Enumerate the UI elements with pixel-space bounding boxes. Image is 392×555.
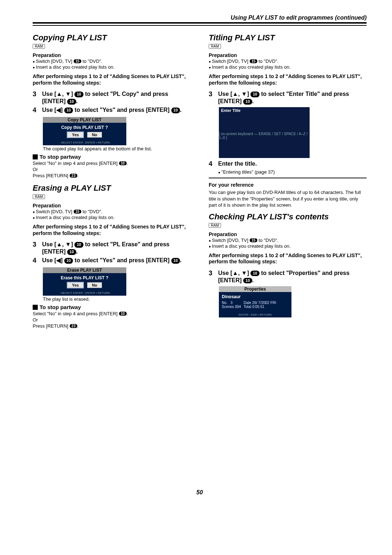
instruction-paragraph: After performing steps 1 to 2 of "Adding… [33,224,191,236]
ref-bubble-15: 15 [74,59,81,63]
step-note: The copied play list appears at the bott… [43,146,191,151]
square-icon [33,305,38,310]
properties-footer: ENTER : END • RETURN [219,311,291,317]
text: Press [RETURN] [33,323,70,329]
text: Use [▲, ▼] [218,270,250,276]
step-body: Use [▲, ▼] 10 to select "Properties" and… [218,270,367,284]
ref-bubble-10: 10 [119,161,127,165]
preparation-heading: Preparation [33,203,191,208]
step-4: 4 Use [◀] 10 to select "Yes" and press [… [33,106,191,114]
step-note: The play list is erased. [43,296,191,302]
ram-badge: RAM [33,194,45,199]
text: . [180,107,181,113]
ref-bubble-10: 10 [74,242,83,248]
step-3: 3 Use [▲, ▼] 10 to select "Enter Title" … [209,90,367,105]
right-column: Titling PLAY LIST RAM Preparation Switch… [209,32,367,329]
text: Switch [DVD, TV] [212,58,248,64]
step-3: 3 Use [▲, ▼] 10 to select "PL Erase" and… [33,241,191,255]
text: Select "No" in step 4 and press [ENTER] [33,161,119,166]
step-number: 3 [33,241,42,255]
properties-panel: Properties Dinosaur No. 3 Date 26/ 7/200… [219,286,291,317]
erase-dialog: Erase PLAY LIST Erase this PLAY LIST ? Y… [43,267,126,296]
divider [33,25,367,26]
text: . [252,277,254,283]
copy-dialog: Copy PLAY LIST Copy this PLAY LIST ? Yes… [43,117,126,145]
yes-button: Yes [67,282,83,288]
dialog-message: Copy this PLAY LIST ? [43,125,126,130]
divider [209,178,367,178]
text: . [127,311,128,316]
section-title-erasing: Erasing a PLAY LIST [33,183,191,193]
label: No. 3 [222,301,244,305]
no-button: No [87,132,102,138]
enter-title-screen: Enter Title [ on-screen keyboard — ERASE… [219,107,310,158]
properties-name: Dinosaur [222,294,289,299]
preparation-heading: Preparation [33,52,191,58]
ram-badge: RAM [209,223,221,228]
properties-body: Dinosaur No. 3 Date 26/ 7/2002 FRI Scene… [219,292,291,311]
ref-bubble-10: 10 [64,258,73,264]
ref-bubble-10: 10 [171,258,180,264]
properties-title: Properties [219,286,291,292]
value: Date 26/ 7/2002 FRI [244,301,276,305]
text: Switch [DVD, TV] [212,238,248,243]
reference-body: You can give play lists on DVD-RAM title… [209,189,367,208]
section-title-titling: Titling PLAY LIST [209,33,367,42]
text: to "DVD". [82,209,102,214]
step-body: Use [◀] 10 to select "Yes" and press [EN… [42,106,191,114]
table-row: Scenes 004 Total 0:05:51 [222,305,289,309]
step-sub: "Entering titles" (page 37) [218,169,367,175]
text: Select "No" in step 4 and press [ENTER] [33,311,119,316]
step-list: 3 Use [▲, ▼] 10 to select "Enter Title" … [209,90,367,105]
ram-badge: RAM [209,44,221,49]
divider [33,22,367,24]
prep-line: Switch [DVD, TV] 15 to "DVD". [33,58,191,64]
step-number: 3 [33,90,42,105]
stop-line: Press [RETURN] 23. [33,173,191,178]
label: Scenes 004 [222,305,244,309]
no-button: No [87,282,102,288]
step-body: Use [▲, ▼] 10 to select "PL Erase" and p… [42,241,191,255]
preparation-heading: Preparation [209,52,367,58]
stop-or: Or [33,167,191,172]
text: Press [RETURN] [33,173,70,178]
step-number: 4 [33,257,42,264]
preparation-heading: Preparation [209,231,367,237]
stop-partway-heading: To stop partway [33,154,191,160]
text: to select "Yes" and press [ENTER] [75,257,171,263]
text: . [76,98,78,104]
instruction-paragraph: After performing steps 1 to 2 of "Adding… [209,73,367,86]
text: Use [◀] [42,107,64,113]
instruction-paragraph: After performing steps 1 to 2 of "Adding… [33,73,191,86]
ref-bubble-23: 23 [70,174,77,178]
stop-line: Select "No" in step 4 and press [ENTER] … [33,311,191,316]
ref-bubble-10: 10 [119,312,127,316]
prep-line: Insert a disc you created play lists on. [33,64,191,70]
text: Use [▲, ▼] [218,91,250,97]
dialog-footer: : SELECT ENTER : ENTER • RETURN [43,289,126,296]
step-body: Use [▲, ▼] 10 to select "Enter Title" an… [218,90,367,105]
stop-or: Or [33,317,191,323]
prep-line: Insert a disc you created play lists on. [209,64,367,70]
step-list: 3 Use [▲, ▼] 10 to select "PL Erase" and… [33,241,191,264]
text: Use [▲, ▼] [42,241,74,247]
step-number: 3 [209,90,218,105]
ref-bubble-10: 10 [171,108,180,113]
ref-bubble-10: 10 [250,271,259,276]
step-body: Enter the title. [218,160,367,168]
ref-bubble-10: 10 [67,249,76,255]
ref-bubble-10: 10 [67,99,76,105]
dialog-title: Copy PLAY LIST [43,117,126,123]
text: . [76,248,78,255]
dialog-buttons: Yes No [43,132,126,138]
step-body: Use [◀] 10 to select "Yes" and press [EN… [42,257,191,264]
text: Switch [DVD, TV] [36,209,72,214]
dialog-buttons: Yes No [43,282,126,288]
text: Use [◀] [42,257,64,263]
enter-title-bar: Enter Title [219,107,310,114]
ref-bubble-10: 10 [250,92,259,97]
dialog-body: Erase this PLAY LIST ? Yes No [43,273,126,289]
ref-bubble-15: 15 [250,238,257,242]
text: Switch [DVD, TV] [36,58,72,64]
square-icon [33,154,38,159]
